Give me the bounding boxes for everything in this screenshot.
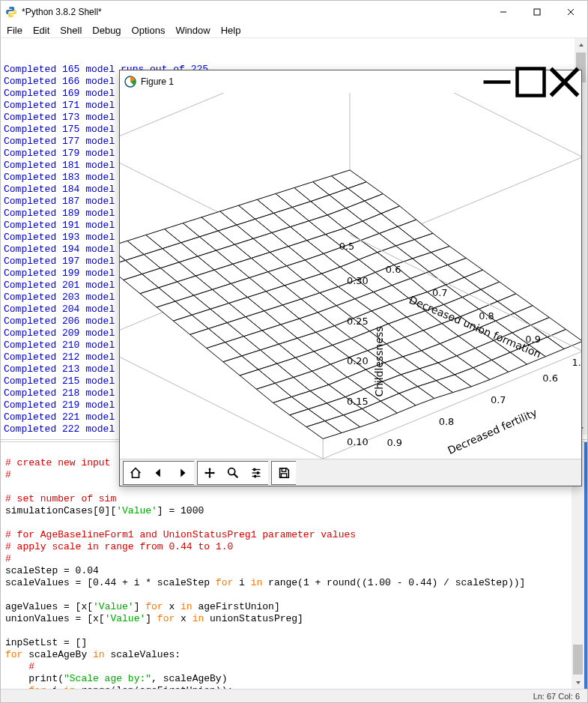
matplotlib-icon — [124, 76, 136, 88]
main-title: *Python 3.8.2 Shell* — [22, 7, 486, 17]
figure-close-button[interactable] — [548, 70, 581, 93]
svg-rect-248 — [281, 473, 286, 477]
svg-rect-244 — [257, 471, 259, 474]
figure-maximize-button[interactable] — [514, 70, 548, 93]
main-menubar: File Edit Shell Debug Options Window Hel… — [1, 23, 587, 38]
svg-text:0.10: 0.10 — [347, 436, 369, 447]
svg-point-0 — [8, 7, 9, 8]
svg-text:0.7: 0.7 — [491, 394, 506, 405]
menu-debug[interactable]: Debug — [92, 25, 121, 36]
pan-icon[interactable] — [198, 462, 222, 484]
svg-text:0.25: 0.25 — [347, 316, 369, 327]
figure-minimize-button[interactable] — [480, 70, 514, 93]
svg-text:0.20: 0.20 — [347, 356, 369, 367]
svg-text:0.6: 0.6 — [386, 264, 401, 275]
svg-line-240 — [234, 474, 237, 477]
menu-edit[interactable]: Edit — [33, 25, 49, 36]
svg-text:Childlessness: Childlessness — [373, 326, 385, 396]
scroll-down-icon[interactable] — [572, 676, 584, 689]
svg-rect-246 — [254, 474, 256, 477]
figure-window: Figure 1 0.50.60.70.80.91.00.50.60.70.80… — [119, 70, 582, 486]
figure-titlebar: Figure 1 — [120, 70, 581, 93]
figure-toolbar — [120, 459, 581, 486]
scroll-track[interactable] — [572, 455, 584, 676]
home-icon[interactable] — [124, 462, 148, 484]
figure-canvas[interactable]: 0.50.60.70.80.91.00.50.60.70.80.91.00.10… — [120, 93, 581, 459]
svg-text:0.30: 0.30 — [347, 275, 369, 286]
svg-rect-247 — [282, 468, 285, 471]
figure-title: Figure 1 — [141, 76, 480, 87]
forward-icon[interactable] — [170, 462, 194, 484]
scroll-up-icon[interactable] — [575, 38, 587, 51]
svg-text:0.5: 0.5 — [339, 241, 355, 252]
idle-main-window: *Python 3.8.2 Shell* File Edit Shell Deb… — [0, 0, 588, 703]
svg-line-18 — [350, 93, 581, 157]
svg-text:Decreased fertility: Decreased fertility — [446, 406, 539, 456]
back-icon[interactable] — [147, 462, 171, 484]
maximize-button[interactable] — [520, 1, 554, 23]
menu-help[interactable]: Help — [221, 25, 241, 36]
svg-text:0.15: 0.15 — [347, 396, 369, 407]
zoom-icon[interactable] — [221, 462, 245, 484]
status-cursor-pos: Ln: 67 Col: 6 — [533, 692, 580, 701]
menu-shell[interactable]: Shell — [60, 25, 82, 36]
minimize-button[interactable] — [486, 1, 520, 23]
svg-text:1.0: 1.0 — [572, 357, 581, 369]
svg-text:0.8: 0.8 — [479, 310, 494, 322]
svg-text:0.9: 0.9 — [387, 437, 402, 448]
menu-window[interactable]: Window — [175, 25, 210, 36]
svg-rect-8 — [518, 68, 545, 95]
svg-rect-3 — [534, 9, 540, 15]
scroll-thumb[interactable] — [573, 645, 583, 675]
svg-line-19 — [120, 93, 350, 148]
svg-text:0.8: 0.8 — [439, 416, 455, 427]
svg-point-1 — [13, 15, 13, 16]
svg-text:0.6: 0.6 — [542, 372, 558, 384]
save-icon[interactable] — [272, 462, 296, 484]
svg-point-239 — [228, 468, 234, 474]
python-icon — [5, 6, 17, 18]
svg-rect-242 — [253, 468, 255, 471]
close-button[interactable] — [554, 1, 587, 23]
configure-icon[interactable] — [244, 462, 268, 484]
menu-options[interactable]: Options — [132, 25, 166, 36]
status-bar: Ln: 67 Col: 6 — [1, 689, 587, 702]
menu-file[interactable]: File — [7, 25, 22, 36]
main-titlebar: *Python 3.8.2 Shell* — [1, 1, 587, 23]
svg-text:0.7: 0.7 — [432, 287, 448, 298]
surface-plot: 0.50.60.70.80.91.00.50.60.70.80.91.00.10… — [120, 93, 581, 459]
